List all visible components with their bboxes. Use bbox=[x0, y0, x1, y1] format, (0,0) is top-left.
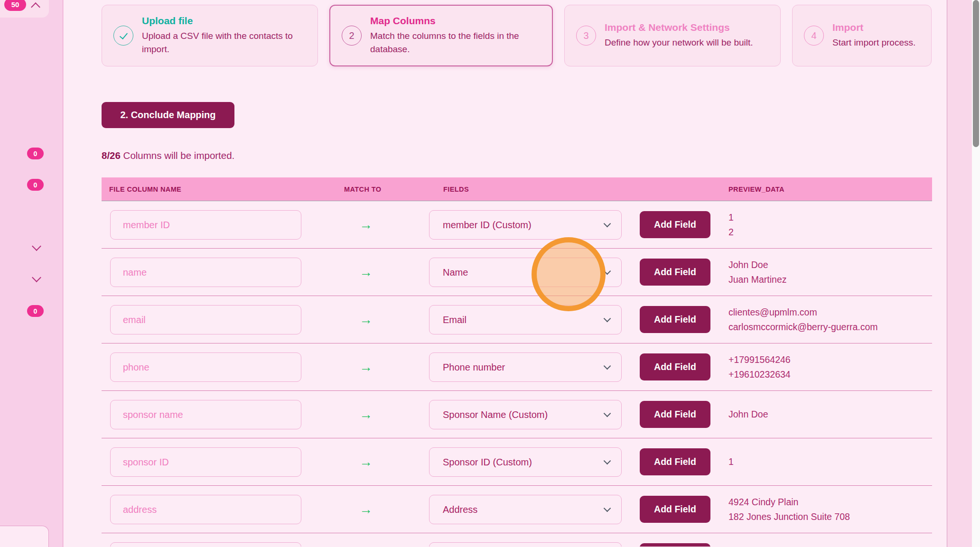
table-row: → Address Add Field 4924 Cindy Plain 182… bbox=[102, 486, 932, 533]
field-select[interactable]: Name bbox=[429, 258, 622, 287]
field-select[interactable]: Address bbox=[429, 495, 622, 524]
match-arrow-icon: → bbox=[352, 296, 380, 343]
match-arrow-icon: → bbox=[352, 343, 380, 391]
scrollbar-thumb[interactable] bbox=[973, 0, 979, 147]
add-field-button[interactable]: Add Field bbox=[640, 259, 710, 286]
step-description: Match the columns to the fields in the d… bbox=[370, 29, 544, 56]
file-column-input[interactable] bbox=[110, 352, 301, 382]
import-summary: 8/26 Columns will be imported. bbox=[102, 150, 234, 161]
step-number-circle: 3 bbox=[576, 26, 596, 46]
field-select-value: Sponsor ID (Custom) bbox=[443, 457, 532, 468]
notification-count-badge: 50 bbox=[4, 0, 26, 11]
file-column-input[interactable] bbox=[110, 210, 301, 240]
add-field-button[interactable]: Add Field bbox=[640, 448, 710, 475]
sidebar-top-panel: 50 bbox=[0, 0, 49, 18]
check-icon bbox=[119, 30, 127, 39]
preview-data-cell: 4924 Cindy Plain 182 Jones Junction Suit… bbox=[728, 494, 850, 524]
import-count: 8/26 bbox=[102, 150, 121, 161]
file-column-input[interactable] bbox=[110, 447, 301, 477]
main-content: Upload file Upload a CSV file with the c… bbox=[64, 0, 947, 547]
table-row-partial: Add Field bbox=[102, 533, 932, 547]
chevron-down-icon bbox=[604, 457, 611, 465]
preview-line: clientes@upmlm.com bbox=[728, 305, 878, 319]
step-title: Upload file bbox=[142, 15, 310, 27]
add-field-button[interactable]: Add Field bbox=[640, 543, 710, 547]
chevron-up-icon[interactable] bbox=[31, 2, 40, 12]
preview-line: Juan Martinez bbox=[728, 272, 786, 287]
match-arrow-icon: → bbox=[352, 249, 380, 296]
preview-data-cell: clientes@upmlm.com carlosmccormick@berry… bbox=[728, 305, 878, 334]
header-fields: FIELDS bbox=[443, 177, 469, 201]
right-margin-strip bbox=[947, 0, 972, 547]
chevron-down-icon bbox=[604, 410, 611, 417]
left-sidebar: 50 0 0 0 bbox=[0, 0, 63, 547]
file-column-input[interactable] bbox=[110, 305, 301, 334]
conclude-mapping-button[interactable]: 2. Conclude Mapping bbox=[102, 102, 234, 128]
table-row: → member ID (Custom) Add Field 1 2 bbox=[102, 201, 932, 249]
table-row: → Sponsor ID (Custom) Add Field 1 bbox=[102, 438, 932, 486]
header-match-to: MATCH TO bbox=[344, 177, 381, 201]
field-select[interactable]: Sponsor ID (Custom) bbox=[429, 447, 622, 477]
field-select-value: Address bbox=[443, 504, 477, 515]
preview-data-cell: +17991564246 +19610232634 bbox=[728, 352, 791, 381]
counter-badge: 0 bbox=[27, 148, 44, 159]
field-select[interactable] bbox=[429, 542, 622, 547]
preview-line: +19610232634 bbox=[728, 367, 791, 382]
field-select[interactable]: Sponsor Name (Custom) bbox=[429, 400, 622, 429]
step-card-import-network-settings[interactable]: 3 Import & Network Settings Define how y… bbox=[564, 5, 781, 66]
chevron-down-icon bbox=[604, 315, 611, 323]
step-description: Start import process. bbox=[832, 36, 915, 50]
chevron-down-icon[interactable] bbox=[32, 273, 41, 282]
chevron-down-icon bbox=[604, 220, 611, 228]
preview-data-cell: 1 bbox=[728, 454, 734, 469]
column-mapping-table: FILE COLUMN NAME MATCH TO FIELDS PREVIEW… bbox=[102, 177, 932, 547]
preview-line: 1 bbox=[728, 210, 734, 224]
vertical-scrollbar[interactable] bbox=[972, 0, 980, 547]
preview-line: John Doe bbox=[728, 407, 768, 422]
step-card-map-columns[interactable]: 2 Map Columns Match the columns to the f… bbox=[329, 5, 553, 66]
match-arrow-icon: → bbox=[352, 486, 380, 533]
step-number-circle: 4 bbox=[804, 26, 824, 46]
chevron-down-icon bbox=[604, 362, 611, 370]
step-number-circle: 2 bbox=[342, 26, 362, 46]
table-row: → Email Add Field clientes@upmlm.com car… bbox=[102, 296, 932, 343]
preview-line: 2 bbox=[728, 225, 734, 240]
field-select-value: Email bbox=[443, 315, 467, 325]
counter-badge: 0 bbox=[27, 179, 44, 191]
add-field-button[interactable]: Add Field bbox=[640, 211, 710, 238]
field-select[interactable]: Phone number bbox=[429, 352, 622, 382]
table-row: → Name Add Field John Doe Juan Martinez bbox=[102, 249, 932, 296]
preview-line: +17991564246 bbox=[728, 352, 791, 367]
file-column-input[interactable] bbox=[110, 258, 301, 287]
table-row: → Phone number Add Field +17991564246 +1… bbox=[102, 343, 932, 391]
add-field-button[interactable]: Add Field bbox=[640, 496, 710, 523]
table-row: → Sponsor Name (Custom) Add Field John D… bbox=[102, 391, 932, 438]
chevron-down-icon bbox=[604, 268, 611, 275]
file-column-input[interactable] bbox=[110, 495, 301, 524]
step-card-import[interactable]: 4 Import Start import process. bbox=[792, 5, 932, 66]
add-field-button[interactable]: Add Field bbox=[640, 401, 710, 428]
add-field-button[interactable]: Add Field bbox=[640, 353, 710, 380]
preview-line: 182 Jones Junction Suite 708 bbox=[728, 510, 850, 524]
match-arrow-icon: → bbox=[352, 438, 380, 486]
header-preview-data: PREVIEW_DATA bbox=[728, 177, 784, 201]
file-column-input[interactable] bbox=[110, 400, 301, 429]
file-column-input[interactable] bbox=[110, 542, 301, 547]
preview-data-cell: John Doe bbox=[728, 407, 768, 422]
preview-data-cell: 1 2 bbox=[728, 210, 734, 239]
field-select[interactable]: Email bbox=[429, 305, 622, 334]
step-title: Map Columns bbox=[370, 15, 544, 27]
preview-line: carlosmccormick@berry-guerra.com bbox=[728, 320, 878, 334]
chevron-down-icon[interactable] bbox=[32, 241, 41, 251]
field-select[interactable]: member ID (Custom) bbox=[429, 210, 622, 240]
field-select-value: Phone number bbox=[443, 362, 505, 373]
import-stepper: Upload file Upload a CSV file with the c… bbox=[102, 5, 932, 66]
match-arrow-icon: → bbox=[352, 201, 380, 249]
preview-line: John Doe bbox=[728, 257, 786, 272]
step-card-upload-file[interactable]: Upload file Upload a CSV file with the c… bbox=[102, 5, 318, 66]
add-field-button[interactable]: Add Field bbox=[640, 306, 710, 333]
table-header-row: FILE COLUMN NAME MATCH TO FIELDS PREVIEW… bbox=[102, 177, 932, 201]
step-check-circle bbox=[113, 26, 133, 46]
step-title: Import bbox=[832, 22, 915, 33]
chevron-down-icon bbox=[604, 505, 611, 512]
